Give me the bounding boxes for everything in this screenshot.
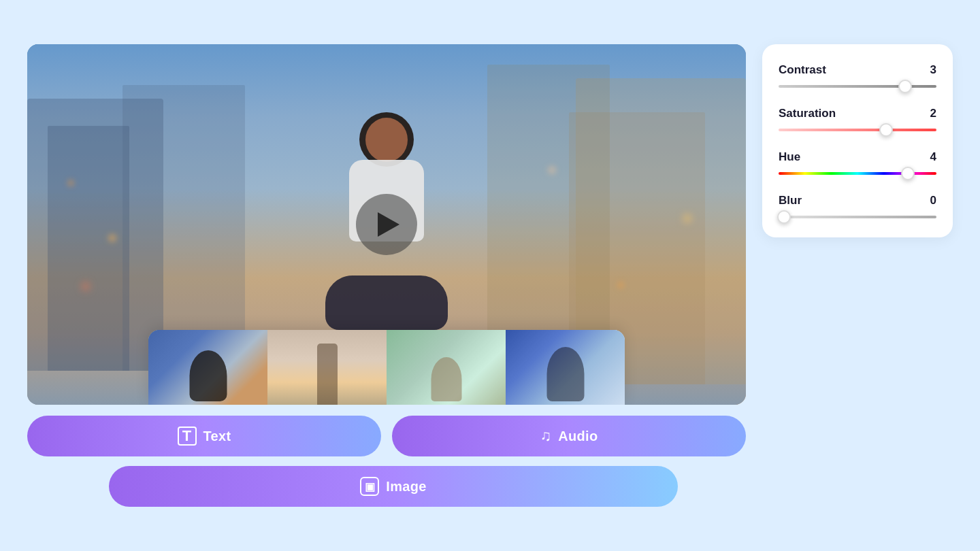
saturation-group: Saturation 2: [779, 107, 936, 131]
saturation-thumb[interactable]: [879, 123, 893, 137]
contrast-thumb[interactable]: [898, 80, 912, 93]
hue-track[interactable]: [779, 172, 936, 175]
video-player: [27, 44, 746, 405]
blur-header: Blur 0: [779, 194, 936, 207]
text-button[interactable]: T Text: [27, 416, 381, 456]
text-icon: T: [178, 427, 197, 446]
outer-wrapper: T Text ♫ Audio ▣ Image: [0, 0, 980, 551]
contrast-group: Contrast 3: [779, 63, 936, 88]
hue-label: Hue: [779, 150, 800, 164]
contrast-value: 3: [930, 63, 936, 77]
hue-header: Hue 4: [779, 150, 936, 164]
button-row-2: ▣ Image: [27, 466, 746, 507]
saturation-track[interactable]: [779, 129, 936, 131]
contrast-header: Contrast 3: [779, 63, 936, 77]
image-button-label: Image: [386, 479, 426, 495]
thumbnail-3[interactable]: [387, 330, 506, 405]
main-container: T Text ♫ Audio ▣ Image: [27, 44, 953, 507]
audio-icon: ♫: [540, 427, 552, 445]
hue-value: 4: [930, 150, 936, 164]
play-icon: [378, 212, 399, 237]
audio-button[interactable]: ♫ Audio: [392, 416, 746, 456]
hue-group: Hue 4: [779, 150, 936, 175]
image-icon: ▣: [360, 477, 379, 496]
button-row-1: T Text ♫ Audio: [27, 416, 746, 456]
blur-track[interactable]: [779, 216, 936, 218]
left-panel: T Text ♫ Audio ▣ Image: [27, 44, 746, 507]
contrast-track[interactable]: [779, 85, 936, 88]
hue-thumb[interactable]: [901, 167, 915, 180]
play-button[interactable]: [356, 194, 417, 255]
saturation-value: 2: [930, 107, 936, 120]
text-button-label: Text: [203, 429, 231, 444]
thumbnail-1[interactable]: [148, 330, 267, 405]
thumbnail-strip: [148, 330, 625, 405]
thumbnail-4[interactable]: [506, 330, 625, 405]
saturation-label: Saturation: [779, 107, 836, 120]
blur-label: Blur: [779, 194, 802, 207]
audio-button-label: Audio: [558, 429, 598, 444]
image-button[interactable]: ▣ Image: [109, 466, 678, 507]
thumbnail-2[interactable]: [267, 330, 387, 405]
right-panel: Contrast 3 Saturation 2: [762, 44, 953, 237]
blur-thumb[interactable]: [777, 210, 791, 224]
action-buttons: T Text ♫ Audio ▣ Image: [27, 416, 746, 507]
blur-group: Blur 0: [779, 194, 936, 218]
contrast-label: Contrast: [779, 63, 826, 77]
saturation-header: Saturation 2: [779, 107, 936, 120]
blur-value: 0: [930, 194, 936, 207]
